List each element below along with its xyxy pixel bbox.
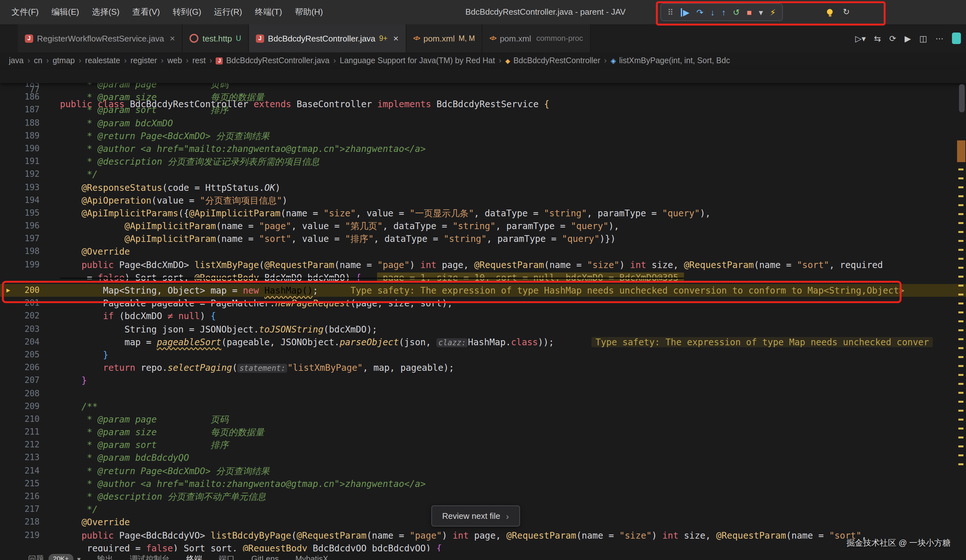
code-line[interactable]: 209 /**	[0, 400, 966, 412]
breadcrumb-item[interactable]: listXmByPage(int, int, Sort, Bdc	[619, 56, 730, 65]
line-number[interactable]: 213	[0, 452, 39, 464]
line-number[interactable]: 203	[0, 323, 39, 335]
code-line[interactable]: 219 public Page<BdcBdcdyVO> listBdcdyByP…	[0, 529, 966, 542]
editor-tab[interactable]: test.httpU	[183, 24, 249, 53]
breadcrumb-item[interactable]: BdcBdcdyRestController	[513, 56, 600, 65]
line-number[interactable]: 198	[0, 245, 39, 258]
code-line[interactable]: 196 @ApiImplicitParam(name = "page", val…	[0, 220, 966, 232]
run-file-icon[interactable]: ▶	[904, 33, 911, 43]
line-number[interactable]: 200	[0, 284, 39, 297]
line-number[interactable]: 211	[0, 426, 39, 438]
panel-tab[interactable]: 调试控制台	[130, 553, 170, 560]
reload-icon[interactable]: ↻	[843, 7, 850, 16]
code-line[interactable]: 202 if (bdcXmDO ≠ null) {	[0, 310, 966, 323]
panel-tab[interactable]: 输出	[97, 553, 113, 560]
editor-tab[interactable]: JBdcBdcdyRestController.java9+×	[249, 24, 406, 53]
overview-ruler[interactable]	[956, 69, 966, 552]
editor-tab[interactable]: </>pom.xmlcommon-proc	[483, 24, 591, 53]
breadcrumb-item[interactable]: java	[9, 56, 24, 65]
stop-dropdown-icon[interactable]: ▾	[759, 8, 763, 16]
code-line[interactable]: 207 }	[0, 374, 966, 387]
menu-item[interactable]: 运行(R)	[208, 7, 248, 18]
code-line[interactable]: 205 }	[0, 348, 966, 361]
line-number[interactable]: 196	[0, 220, 39, 232]
stop-icon[interactable]: ■	[747, 8, 752, 16]
breadcrumb-item[interactable]: cn	[34, 56, 42, 65]
line-number[interactable]: 217	[0, 503, 39, 516]
editor-tab[interactable]: JRegisterWorkflowRestService.java×	[18, 24, 183, 53]
panel-tab[interactable]: 问题20K+▾	[28, 553, 81, 560]
step-out-icon[interactable]: ↑	[722, 8, 726, 16]
drag-grip-icon[interactable]: ⠿	[667, 8, 674, 16]
review-next-file-button[interactable]: Review next file ›	[431, 506, 520, 527]
close-icon[interactable]: ×	[170, 33, 175, 43]
sticky-scroll-line[interactable]: 77 public class BdcBdcdyRestController e…	[0, 69, 966, 83]
line-number[interactable]: 219	[0, 529, 39, 542]
code-line[interactable]: 192 */	[0, 168, 966, 181]
line-number[interactable]: 210	[0, 413, 39, 426]
menu-item[interactable]: 转到(G)	[166, 7, 208, 18]
breadcrumb-item[interactable]: BdcBdcdyRestController.java	[226, 56, 330, 65]
line-number[interactable]: 201	[0, 297, 39, 310]
menu-item[interactable]: 文件(F)	[5, 7, 45, 18]
breadcrumb-item[interactable]: rest	[192, 56, 206, 65]
editor-tab[interactable]: </>pom.xmlM, M	[406, 24, 482, 53]
code-line[interactable]: 201 Pageable pageable = PageMatcher.newP…	[0, 297, 966, 310]
sync-icon[interactable]: ⟳	[889, 33, 897, 43]
code-line[interactable]: 210 * @param page 页码	[0, 413, 966, 426]
line-number[interactable]: 216	[0, 490, 39, 503]
code-line[interactable]: = false) Sort sort, @RequestBody BdcXmDO…	[0, 271, 966, 284]
code-line[interactable]: 199 public Page<BdcXmDO> listXmByPage(@R…	[0, 258, 966, 271]
line-number[interactable]: 218	[0, 516, 39, 529]
code-line[interactable]: 203 String json = JSONObject.toJSONStrin…	[0, 323, 966, 335]
menu-item[interactable]: 帮助(H)	[288, 7, 329, 18]
panel-tab[interactable]: MybatisX	[296, 553, 328, 560]
code-line[interactable]: 212 * @param sort 排序	[0, 439, 966, 452]
step-into-icon[interactable]: ↓	[710, 8, 715, 16]
code-line[interactable]: 215 * @author <a href="mailto:zhangwenta…	[0, 477, 966, 490]
code-line[interactable]: 206 return repo.selectPaging(statement:"…	[0, 361, 966, 374]
panel-tab[interactable]: 终端	[186, 553, 202, 560]
breadcrumb-item[interactable]: realestate	[85, 56, 120, 65]
breadcrumb-item[interactable]: web	[168, 56, 182, 65]
menu-item[interactable]: 编辑(E)	[45, 7, 85, 18]
line-number[interactable]: 208	[0, 387, 39, 400]
run-or-debug-icon[interactable]: ▷▾	[855, 33, 866, 43]
code-line[interactable]: 188 * @param bdcXmDO	[0, 117, 966, 129]
breadcrumb-item[interactable]: Language Support for Java(TM) by Red Hat	[340, 56, 495, 65]
code-line[interactable]: 193 @ResponseStatus(code = HttpStatus.OK…	[0, 181, 966, 194]
code-line[interactable]: 195 @ApiImplicitParams({@ApiImplicitPara…	[0, 207, 966, 220]
line-number[interactable]: 191	[0, 155, 39, 168]
panel-tab[interactable]: 端口	[219, 553, 235, 560]
menu-item[interactable]: 终端(T)	[248, 7, 288, 18]
code-line[interactable]: 190 * @author <a href="mailto:zhangwenta…	[0, 142, 966, 155]
code-line[interactable]: 214 * @return Page<BdcXmDO> 分页查询结果	[0, 464, 966, 477]
more-actions-icon[interactable]: ⋯	[935, 33, 944, 43]
continue-icon[interactable]: ▶	[680, 8, 689, 16]
code-line[interactable]: 213 * @param bdcBdcdyQO	[0, 452, 966, 464]
line-number[interactable]: 204	[0, 336, 39, 348]
editor[interactable]: 185 * @param page 页码186 * @param size 每页…	[0, 78, 966, 555]
code-line[interactable]: 204 map = pageableSort(pageable, JSONObj…	[0, 336, 966, 348]
line-number[interactable]: 195	[0, 207, 39, 220]
line-number[interactable]: 206	[0, 361, 39, 374]
code-line[interactable]: 216 * @description 分页查询不动产单元信息	[0, 490, 966, 503]
compare-changes-icon[interactable]: ⇆	[874, 33, 881, 43]
line-number[interactable]: 193	[0, 181, 39, 194]
scrollbar-handle[interactable]	[959, 84, 965, 112]
line-number[interactable]: 197	[0, 233, 39, 245]
code-line[interactable]: 189 * @return Page<BdcXmDO> 分页查询结果	[0, 130, 966, 142]
line-number[interactable]: 207	[0, 374, 39, 387]
code-line[interactable]: 211 * @param size 每页的数据量	[0, 426, 966, 438]
split-editor-icon[interactable]: ◫	[919, 33, 927, 43]
line-number[interactable]: 205	[0, 348, 39, 361]
breadcrumb-item[interactable]: register	[130, 56, 157, 65]
line-number[interactable]: 202	[0, 310, 39, 323]
line-number[interactable]: 215	[0, 477, 39, 490]
line-number[interactable]: 212	[0, 439, 39, 452]
panel-tab[interactable]: GitLens	[251, 553, 279, 560]
code-line[interactable]: 194 @ApiOperation(value = "分页查询项目信息")	[0, 194, 966, 207]
code-line[interactable]: 198 @Override	[0, 245, 966, 258]
menu-item[interactable]: 查看(V)	[126, 7, 166, 18]
close-icon[interactable]: ×	[393, 33, 398, 43]
